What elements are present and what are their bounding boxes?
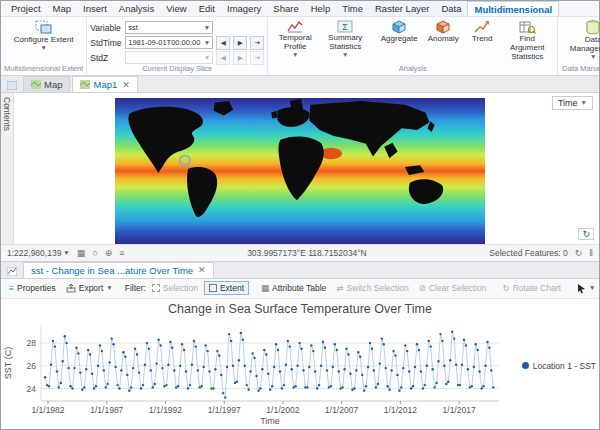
map-status-bar: 1:222,980,139 ▼ ▦ ○ ⊕ ≡ 303.9957173°E 11… bbox=[1, 244, 599, 260]
anomaly-button[interactable]: Anomaly bbox=[422, 18, 464, 46]
tab-raster-layer[interactable]: Raster Layer bbox=[369, 1, 435, 16]
stdtime-dropdown[interactable]: 1981-09-01T00:00:00 ▼ bbox=[125, 36, 213, 49]
map1-tab[interactable]: Map1 ✕ bbox=[72, 76, 137, 92]
tab-view[interactable]: View bbox=[160, 1, 192, 16]
export-icon bbox=[66, 283, 76, 293]
chevron-down-icon: ▼ bbox=[204, 25, 210, 32]
layers-icon[interactable]: ≡ bbox=[119, 248, 124, 258]
export-label: Export bbox=[79, 283, 104, 293]
globe-icon[interactable]: ○ bbox=[92, 248, 97, 258]
export-button[interactable]: Export ▼ bbox=[62, 282, 117, 294]
close-icon[interactable]: ✕ bbox=[122, 80, 130, 90]
time-step-forward-button[interactable]: ▶ bbox=[233, 36, 247, 50]
close-icon[interactable]: ✕ bbox=[198, 265, 206, 275]
properties-button[interactable]: ≡ Properties bbox=[5, 282, 60, 294]
table-icon: ▦ bbox=[261, 283, 269, 293]
aggregate-button[interactable]: Aggregate bbox=[377, 18, 421, 46]
pointer-tool-button[interactable]: ▼ bbox=[573, 282, 599, 295]
chart-tab-label: sst - Change in Sea ...ature Over Time bbox=[31, 265, 193, 276]
legend-marker bbox=[522, 362, 529, 369]
refresh-icon[interactable]: ↻ bbox=[575, 248, 583, 258]
stdtime-row: StdTime 1981-09-01T00:00:00 ▼ ◀ ▶ ⇥ bbox=[90, 36, 264, 49]
temporal-profile-button[interactable]: Temporal Profile ▼ bbox=[271, 18, 319, 60]
filter-extent-button[interactable]: Extent bbox=[204, 281, 249, 295]
chevron-down-icon: ▼ bbox=[590, 54, 596, 61]
snap-icon[interactable]: ⊕ bbox=[105, 248, 113, 258]
sst-time-series-chart[interactable]: 2426281/1/19821/1/19871/1/19921/1/19971/… bbox=[1, 319, 600, 427]
world-sst-raster[interactable] bbox=[115, 98, 485, 244]
rotate-chart-label: Rotate Chart bbox=[513, 283, 561, 293]
map-viewport[interactable]: Contents Time ▼ bbox=[1, 93, 599, 244]
ribbon-tab-bar: Project Map Insert Analysis View Edit Im… bbox=[1, 1, 599, 17]
time-overlay-button[interactable]: Time ▼ bbox=[552, 96, 593, 110]
svg-text:1/1/2002: 1/1/2002 bbox=[266, 405, 299, 415]
attribute-table-button[interactable]: ▦ Attribute Table bbox=[257, 282, 330, 294]
pause-icon[interactable]: ‖ bbox=[589, 248, 593, 258]
rotate-chart-button: ↻ Rotate Chart bbox=[499, 282, 565, 294]
map-tab-bar: Map Map1 ✕ bbox=[1, 76, 599, 93]
properties-label: Properties bbox=[17, 283, 56, 293]
group-current-display-slice: Variable sst ▼ StdTime 1981-09-01T00:00:… bbox=[87, 17, 268, 75]
svg-text:1/1/2007: 1/1/2007 bbox=[325, 405, 358, 415]
map-tab[interactable]: Map bbox=[23, 76, 70, 92]
chart-pane-icon bbox=[7, 267, 17, 276]
svg-text:Time: Time bbox=[260, 416, 280, 426]
stdz-label: StdZ bbox=[90, 53, 122, 63]
chevron-down-icon: ▼ bbox=[63, 250, 69, 257]
chart-tab[interactable]: sst - Change in Sea ...ature Over Time ✕ bbox=[23, 262, 214, 278]
extent-icon bbox=[209, 284, 217, 292]
scale-dropdown[interactable]: 1:222,980,139 ▼ bbox=[7, 248, 70, 258]
properties-icon: ≡ bbox=[9, 283, 14, 293]
tab-multidimensional[interactable]: Multidimensional bbox=[467, 1, 559, 16]
chart-toolbar: ≡ Properties Export ▼ Filter: Selection … bbox=[1, 279, 599, 299]
group-label-analysis: Analysis bbox=[271, 64, 554, 75]
time-step-back-button[interactable]: ◀ bbox=[216, 36, 230, 50]
chevron-down-icon: ▼ bbox=[589, 285, 595, 292]
grid-icon[interactable]: ▦ bbox=[77, 248, 86, 258]
group-label-current-display-slice: Current Display Slice bbox=[90, 64, 264, 75]
stdz-dropdown: ▼ bbox=[125, 51, 213, 64]
variable-row: Variable sst ▼ bbox=[90, 21, 213, 34]
anomaly-cube-icon bbox=[435, 20, 451, 34]
chart-legend[interactable]: Location 1 - SST bbox=[522, 361, 596, 371]
tab-project[interactable]: Project bbox=[5, 1, 47, 16]
tab-help[interactable]: Help bbox=[305, 1, 337, 16]
tab-map[interactable]: Map bbox=[47, 1, 77, 16]
map-refresh-widget[interactable]: ↻ bbox=[578, 228, 594, 240]
configure-extent-button[interactable]: Configure Extent ▼ bbox=[13, 18, 75, 53]
selection-icon bbox=[152, 284, 160, 292]
chevron-down-icon: ▼ bbox=[204, 55, 210, 62]
tab-edit[interactable]: Edit bbox=[193, 1, 221, 16]
switch-selection-label: Switch Selection bbox=[346, 283, 408, 293]
trend-label: Trend bbox=[472, 35, 493, 44]
clear-selection-button: ⊘ Clear Selection bbox=[415, 282, 491, 294]
chevron-down-icon: ▼ bbox=[204, 40, 210, 47]
contents-pane-tab[interactable]: Contents bbox=[1, 93, 14, 244]
selection-label: Selection bbox=[163, 283, 198, 293]
data-management-button[interactable]: Data Management ▼ bbox=[561, 18, 600, 62]
trend-button[interactable]: Trend bbox=[465, 18, 499, 46]
data-management-label: Data Management bbox=[562, 36, 600, 54]
tab-insert[interactable]: Insert bbox=[77, 1, 113, 16]
group-data-management: Data Management ▼ Data Management bbox=[558, 17, 600, 75]
tab-time[interactable]: Time bbox=[336, 1, 369, 16]
database-icon bbox=[585, 20, 600, 35]
chevron-down-icon: ▼ bbox=[106, 285, 112, 292]
chart-view[interactable]: Change in Sea Surface Temperature Over T… bbox=[1, 299, 599, 429]
z-step-last-button: ⇥ bbox=[250, 51, 264, 65]
chevron-down-icon: ▼ bbox=[40, 45, 46, 52]
time-step-last-button[interactable]: ⇥ bbox=[250, 36, 264, 50]
find-argument-statistics-button[interactable]: Find Argument Statistics bbox=[500, 18, 554, 63]
aggregate-label: Aggregate bbox=[381, 35, 418, 44]
summary-statistics-button[interactable]: Σ Summary Statistics ▼ bbox=[320, 18, 370, 60]
map-icon bbox=[31, 80, 41, 89]
variable-label: Variable bbox=[90, 23, 122, 33]
tab-analysis[interactable]: Analysis bbox=[113, 1, 160, 16]
tab-imagery[interactable]: Imagery bbox=[221, 1, 267, 16]
tab-data[interactable]: Data bbox=[435, 1, 467, 16]
tab-share[interactable]: Share bbox=[267, 1, 304, 16]
group-multidimensional-extent: Configure Extent ▼ Multidimensional Exte… bbox=[1, 17, 87, 75]
clear-selection-label: Clear Selection bbox=[429, 283, 487, 293]
anomaly-label: Anomaly bbox=[428, 35, 459, 44]
variable-dropdown[interactable]: sst ▼ bbox=[125, 21, 213, 34]
